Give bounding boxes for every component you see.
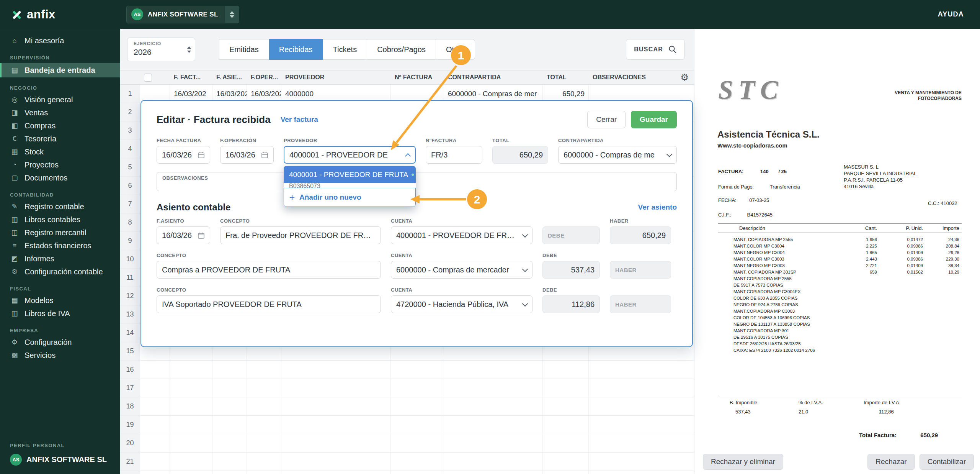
table-settings-gear-icon[interactable]: ⚙ <box>680 72 689 83</box>
concepto-label: CONCEPTO <box>157 287 381 293</box>
profile-entry[interactable]: AS ANFIX SOFTWARE SL <box>10 454 120 466</box>
sidebar-item[interactable]: ◩ Informes <box>0 252 120 265</box>
ver-factura-link[interactable]: Ver factura <box>281 115 318 124</box>
cerrar-button[interactable]: Cerrar <box>587 111 626 128</box>
mercantile-icon: ◫ <box>10 228 19 237</box>
col-f-fact[interactable]: F. FACT... <box>170 71 212 84</box>
sidebar-item[interactable]: ◔ Proyectos <box>0 158 120 171</box>
cuenta-select-3[interactable]: 4720000 - Hacienda Pública, IVA <box>391 295 532 313</box>
fecha-factura-input[interactable]: 16/03/26 <box>157 146 210 164</box>
sidebar-item[interactable]: ◎ Visión general <box>0 93 120 106</box>
ejercicio-select[interactable]: EJERCICIO 2026 <box>127 38 195 61</box>
row-select-cell[interactable] <box>140 361 170 379</box>
table-row[interactable]: 19 <box>120 416 694 434</box>
sidebar-item[interactable]: € Tesorería <box>0 132 120 145</box>
row-number: 10 <box>120 250 140 269</box>
rechazar-button[interactable]: Rechazar <box>867 454 915 470</box>
cuenta-select-1[interactable]: 4000001 - PROVEEDOR DE FRUT/ <box>391 226 532 244</box>
row-select-cell[interactable] <box>140 379 170 397</box>
f-asiento-input[interactable]: 16/03/26 <box>157 226 210 244</box>
table-row[interactable]: 18 <box>120 397 694 416</box>
sidebar-item[interactable]: ◫ Registro mercantil <box>0 226 120 239</box>
table-row[interactable]: 17 <box>120 379 694 397</box>
company-switcher-icon[interactable] <box>225 6 239 23</box>
row-select-cell[interactable] <box>140 434 170 453</box>
sidebar-item[interactable]: EMPRESA <box>0 328 120 333</box>
sidebar-item[interactable]: ▥ Libros contables <box>0 213 120 226</box>
col-f-asie[interactable]: F. ASIE... <box>212 71 247 84</box>
col-n-factura[interactable]: Nº FACTURA <box>391 71 444 84</box>
sidebar-item-label: Servicios <box>24 351 56 360</box>
sidebar-item[interactable]: ▤ Bandeja de entrada <box>0 63 120 77</box>
concepto-input-2[interactable]: Compras a PROVEEDOR DE FRUTA <box>157 261 381 279</box>
sidebar-item[interactable]: ⚙ Configuración <box>0 336 120 349</box>
sidebar-item[interactable]: ▦ Stock <box>0 145 120 158</box>
n-factura-input[interactable]: FR/3 <box>426 146 482 164</box>
f-operacion-input[interactable]: 16/03/26 <box>220 146 274 164</box>
sidebar-item[interactable]: NEGOCIO <box>0 85 120 91</box>
cif-value: B41572645 <box>747 212 773 218</box>
col-proveedor[interactable]: PROVEEDOR <box>281 71 391 84</box>
table-row[interactable]: 20 <box>120 434 694 453</box>
settings-icon: ⚙ <box>10 338 19 346</box>
company-selector[interactable]: AS ANFIX SOFTWARE SL <box>126 6 239 23</box>
row-select-cell[interactable] <box>140 397 170 416</box>
row-select-cell[interactable] <box>140 416 170 434</box>
table-row[interactable]: 21 <box>120 453 694 471</box>
sidebar-item[interactable]: SUPERVISIÓN <box>0 55 120 61</box>
search-button[interactable]: BUSCAR <box>626 39 685 60</box>
tab[interactable]: Recibidas <box>269 39 323 60</box>
concepto-input-3[interactable]: IVA Soportado PROVEEDOR DE FRUTA <box>157 295 381 313</box>
cuenta-select-2[interactable]: 6000000 - Compras de mercader <box>391 261 532 279</box>
calendar-icon[interactable] <box>261 151 268 159</box>
concepto-input-1[interactable]: Fra. de Proveedor PROVEEDOR DE FRUTA <box>220 226 381 244</box>
add-new-proveedor-option[interactable]: + Añadir uno nuevo <box>284 188 416 207</box>
table-row[interactable]: 22 <box>120 471 694 474</box>
row-select-cell[interactable] <box>140 453 170 471</box>
ver-asiento-link[interactable]: Ver asiento <box>638 203 677 212</box>
row-number: 16 <box>120 361 140 379</box>
row-number: 3 <box>120 121 140 140</box>
tab[interactable]: Emitidas <box>219 39 269 60</box>
sidebar-item[interactable]: ⚙ Configuración contable <box>0 265 120 278</box>
sidebar-item-label: Libros contables <box>24 215 80 224</box>
table-header: F. FACT... F. ASIE... F.OPER... PROVEEDO… <box>120 70 694 85</box>
tab[interactable]: Otros <box>436 39 475 60</box>
sidebar-item[interactable]: CONTABILIDAD <box>0 192 120 198</box>
sidebar-item[interactable]: ✎ Registro contable <box>0 200 120 213</box>
col-contrapartida[interactable]: CONTRAPARTIDA <box>444 71 543 84</box>
col-total[interactable]: TOTAL <box>543 71 589 84</box>
sidebar-item[interactable]: ▩ Servicios <box>0 349 120 362</box>
sidebar-item-label: Informes <box>24 254 54 263</box>
observaciones-input[interactable]: OBSERVACIONES <box>157 172 677 191</box>
calendar-icon[interactable] <box>198 151 205 159</box>
sidebar-item[interactable]: ▤ Modelos <box>0 294 120 307</box>
proveedor-option-selected[interactable]: 4000001 - PROVEEDOR DE FRUTA • <box>284 166 416 183</box>
totals-labels: B. Imponible % de I.V.A. Importe de I.V.… <box>718 400 962 405</box>
calendar-icon[interactable] <box>198 232 205 239</box>
select-all-checkbox[interactable] <box>144 74 152 82</box>
col-observaciones[interactable]: OBSERVACIONES <box>589 71 694 84</box>
guardar-button[interactable]: Guardar <box>631 111 677 128</box>
help-link[interactable]: AYUDA <box>938 10 964 18</box>
observaciones-label: OBSERVACIONES <box>162 175 208 181</box>
sidebar-item[interactable]: ⌂ Mi asesoría <box>0 34 120 47</box>
contrapartida-select[interactable]: 6000000 - Compras de me <box>558 146 677 164</box>
cc-value: C.C.: 410032 <box>928 200 957 206</box>
anfix-logo[interactable]: anfix <box>0 8 120 21</box>
contabilizar-button[interactable]: Contabilizar <box>920 454 974 470</box>
rechazar-eliminar-button[interactable]: Rechazar y eliminar <box>703 454 783 470</box>
table-row[interactable]: 16 <box>120 361 694 379</box>
row-select-cell[interactable] <box>140 471 170 474</box>
tab[interactable]: Cobros/Pagos <box>367 39 436 60</box>
sidebar-item[interactable]: ◧ Compras <box>0 119 120 132</box>
proveedor-select[interactable]: 4000001 - PROVEEDOR DE <box>284 146 416 164</box>
sidebar-item[interactable]: ▢ Documentos <box>0 171 120 184</box>
ejercicio-stepper-icon[interactable] <box>187 38 191 61</box>
sidebar-item[interactable]: FISCAL <box>0 286 120 292</box>
sidebar-item[interactable]: ◨ Ventas <box>0 106 120 119</box>
sidebar-item[interactable]: ▥ Libros de IVA <box>0 307 120 320</box>
tab[interactable]: Tickets <box>323 39 368 60</box>
sidebar-item[interactable]: ≡ Estados financieros <box>0 239 120 252</box>
col-f-oper[interactable]: F.OPER... <box>247 71 281 84</box>
